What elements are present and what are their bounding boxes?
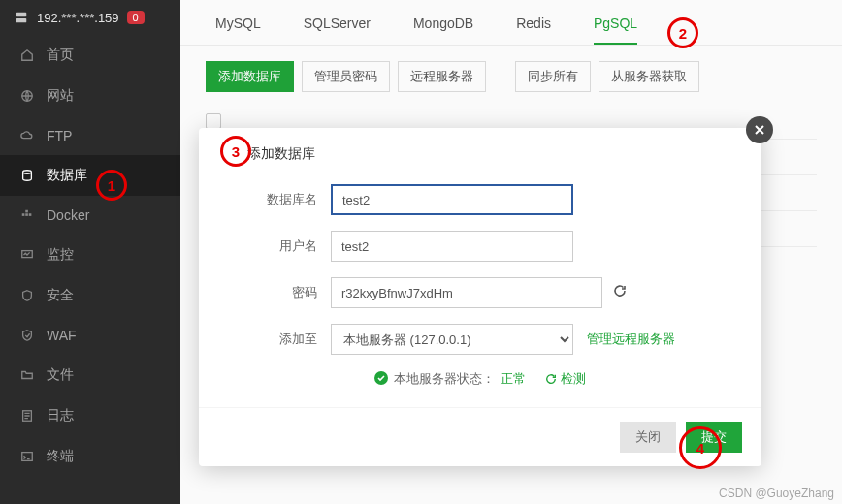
regenerate-password-button[interactable] bbox=[612, 283, 628, 302]
manage-remote-link[interactable]: 管理远程服务器 bbox=[587, 331, 675, 348]
username-input[interactable] bbox=[331, 231, 573, 262]
password-input[interactable] bbox=[331, 277, 602, 308]
modal-header: 添加数据库 bbox=[199, 128, 761, 178]
modal-close-button[interactable] bbox=[746, 116, 773, 143]
check-icon bbox=[374, 371, 388, 388]
status-value: 正常 bbox=[501, 370, 526, 388]
modal-title: 添加数据库 bbox=[247, 145, 315, 163]
status-label: 本地服务器状态： bbox=[394, 370, 495, 388]
username-label: 用户名 bbox=[247, 237, 331, 255]
submit-button[interactable]: 提交 bbox=[686, 422, 742, 453]
addto-select[interactable]: 本地服务器 (127.0.0.1) bbox=[331, 324, 573, 355]
watermark: CSDN @GuoyeZhang bbox=[719, 487, 834, 500]
dbname-input[interactable] bbox=[331, 184, 573, 215]
close-button[interactable]: 关闭 bbox=[620, 422, 676, 453]
modal-footer: 关闭 提交 bbox=[199, 407, 761, 466]
modal-body: 数据库名 用户名 密码 添加至 本地服务器 (127.0.0.1) 管理远程服务… bbox=[199, 178, 761, 407]
detect-button[interactable]: 检测 bbox=[545, 370, 586, 388]
dbname-label: 数据库名 bbox=[247, 191, 331, 208]
server-status-row: 本地服务器状态： 正常 检测 bbox=[247, 370, 713, 388]
addto-label: 添加至 bbox=[247, 331, 331, 348]
add-database-modal: 添加数据库 数据库名 用户名 密码 添加至 本地服务器 (127.0.0.1) … bbox=[199, 128, 761, 466]
password-label: 密码 bbox=[247, 284, 331, 301]
